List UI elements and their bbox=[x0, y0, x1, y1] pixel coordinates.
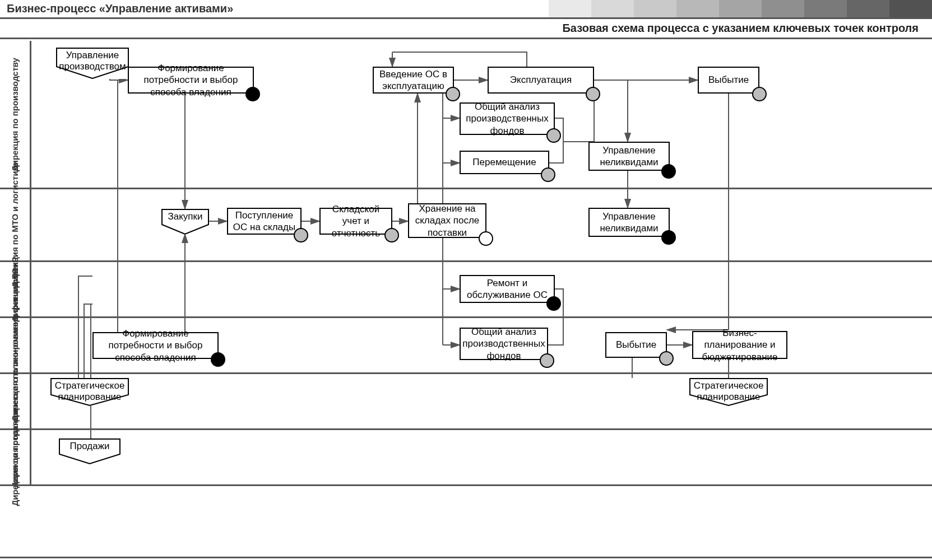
box-label: Ремонт и обслуживание ОС bbox=[465, 277, 549, 301]
box-label: Эксплуатация bbox=[510, 74, 572, 86]
swatch bbox=[889, 0, 932, 17]
box-label: Перемещение bbox=[472, 156, 536, 168]
box-label: Бизнес-планирование и бюджетирование bbox=[698, 327, 782, 363]
control-marker bbox=[245, 87, 260, 101]
box-relocation: Перемещение bbox=[460, 151, 549, 174]
offpage-strat-plan2: Стратегическое планирование bbox=[689, 378, 768, 406]
offpage-purchasing: Закупки bbox=[161, 209, 209, 235]
control-marker bbox=[546, 296, 561, 311]
offpage-label: Закупки bbox=[161, 211, 209, 222]
title-swatch-strip bbox=[549, 0, 932, 17]
control-marker bbox=[479, 231, 493, 246]
box-label: Общий анализ производственных фондов bbox=[462, 326, 545, 362]
box-repair: Ремонт и обслуживание ОС bbox=[460, 275, 555, 303]
box-form-need-econ: Формирование потребности и выбор способа… bbox=[92, 332, 219, 359]
box-receipt-os: Поступление ОС на склады bbox=[227, 208, 302, 235]
offpage-label: Управление производством bbox=[56, 50, 129, 73]
offpage-label: Стратегическое планирование bbox=[50, 380, 129, 403]
control-marker bbox=[661, 230, 676, 245]
control-marker bbox=[586, 87, 600, 101]
control-marker bbox=[446, 87, 460, 101]
diagram-canvas: Управление производством Формирование по… bbox=[0, 41, 932, 558]
box-form-need-prod: Формирование потребности и выбор способа… bbox=[128, 67, 254, 94]
control-marker bbox=[752, 87, 767, 101]
swatch bbox=[591, 0, 634, 17]
control-marker bbox=[546, 128, 561, 143]
control-marker bbox=[541, 167, 555, 182]
box-disposal: Выбытие bbox=[698, 67, 759, 94]
box-label: Поступление ОС на склады bbox=[233, 209, 296, 234]
box-storage: Хранение на складах после поставки bbox=[408, 203, 486, 238]
swatch bbox=[847, 0, 889, 17]
box-stock-account: Складской учет и отчетность bbox=[319, 208, 392, 235]
offpage-prod-mgmt: Управление производством bbox=[56, 48, 129, 79]
box-label: Выбытие bbox=[708, 74, 749, 86]
page-title: Бизнес-процесс «Управление активами» bbox=[0, 2, 233, 15]
box-label: Формирование потребности и выбор способа… bbox=[98, 328, 213, 363]
swatch bbox=[676, 0, 719, 17]
box-fund-analysis2: Общий анализ производственных фондов bbox=[460, 328, 548, 360]
control-marker bbox=[659, 351, 674, 366]
control-marker bbox=[384, 228, 399, 242]
box-label: Управление неликвидами bbox=[594, 211, 664, 235]
box-exploitation: Эксплуатация bbox=[488, 67, 594, 94]
offpage-sales: Продажи bbox=[59, 438, 120, 464]
box-label: Складской учет и отчетность bbox=[325, 203, 387, 239]
offpage-strat-plan1: Стратегическое планирование bbox=[50, 378, 129, 406]
offpage-label: Продажи bbox=[59, 441, 120, 452]
box-label: Хранение на складах после поставки bbox=[414, 203, 481, 239]
box-disposal2: Выбытие bbox=[605, 332, 667, 358]
subtitle: Базовая схема процесса с указанием ключе… bbox=[562, 22, 919, 35]
swatch bbox=[804, 0, 847, 17]
box-intro-os: Введение ОС в эксплуатацию bbox=[373, 67, 454, 94]
swatch bbox=[634, 0, 676, 17]
control-marker bbox=[211, 352, 225, 367]
offpage-label: Стратегическое планирование bbox=[689, 380, 768, 403]
control-marker bbox=[294, 228, 308, 242]
box-fund-analysis: Общий анализ производственных фондов bbox=[460, 102, 555, 135]
box-manage-illiquid1: Управление неликвидами bbox=[588, 142, 670, 171]
swatch bbox=[762, 0, 804, 17]
box-label: Формирование потребности и выбор способа… bbox=[133, 62, 248, 98]
box-label: Введение ОС в эксплуатацию bbox=[378, 68, 448, 92]
control-marker bbox=[661, 164, 676, 179]
box-budget: Бизнес-планирование и бюджетирование bbox=[692, 331, 787, 359]
box-label: Управление неликвидами bbox=[594, 144, 664, 169]
box-label: Выбытие bbox=[616, 339, 656, 351]
subtitle-bar: Базовая схема процесса с указанием ключе… bbox=[0, 19, 932, 39]
box-manage-illiquid2: Управление неликвидами bbox=[588, 208, 670, 237]
swatch bbox=[549, 0, 591, 17]
control-marker bbox=[540, 353, 554, 368]
box-label: Общий анализ производственных фондов bbox=[465, 101, 549, 137]
title-bar: Бизнес-процесс «Управление активами» bbox=[0, 0, 932, 19]
swatch bbox=[719, 0, 762, 17]
